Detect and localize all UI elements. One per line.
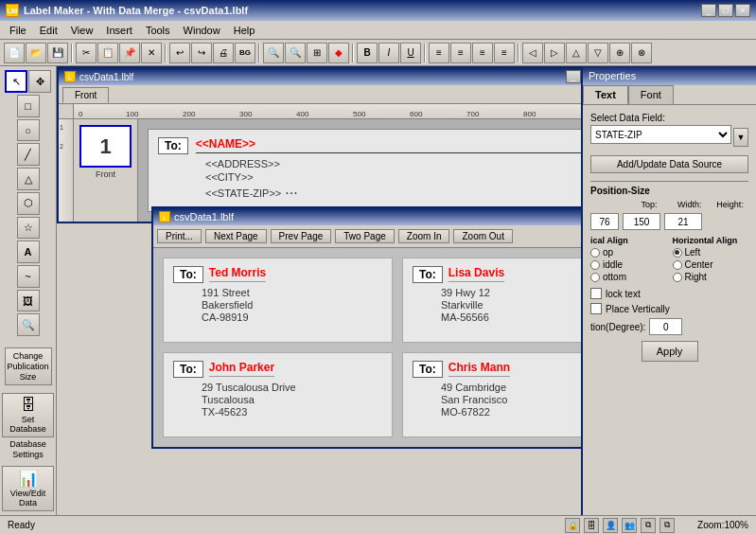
v-align-bottom-row: ottom bbox=[590, 272, 667, 282]
set-database-button[interactable]: 🗄 Set Database bbox=[2, 393, 54, 437]
ruler-mark-400: 400 bbox=[296, 110, 308, 118]
menu-window[interactable]: Window bbox=[178, 24, 226, 37]
window-controls[interactable]: _ □ × bbox=[701, 4, 750, 17]
database-icon: 🗄 bbox=[21, 397, 36, 414]
tab-front[interactable]: Front bbox=[62, 87, 109, 103]
v-align-top-radio[interactable] bbox=[590, 248, 600, 258]
move-tool[interactable]: ✥ bbox=[28, 70, 51, 93]
add-update-data-source-button[interactable]: Add/Update Data Source bbox=[590, 155, 748, 173]
zoom-in-button[interactable]: Zoom In bbox=[398, 229, 450, 243]
open-button[interactable]: 📂 bbox=[26, 43, 46, 63]
zoom-out-button[interactable]: 🔍 bbox=[263, 43, 284, 63]
redo-button[interactable]: ↪ bbox=[191, 43, 212, 63]
tab-font[interactable]: Font bbox=[628, 85, 674, 104]
italic-button[interactable]: I bbox=[378, 43, 399, 63]
vertical-ruler: 1 2 bbox=[59, 119, 74, 222]
menu-tools[interactable]: Tools bbox=[140, 24, 176, 37]
more-btn-3[interactable]: △ bbox=[566, 43, 587, 63]
h-align-left-radio[interactable] bbox=[673, 248, 682, 258]
rect-tool[interactable]: □ bbox=[17, 95, 40, 117]
rotation-input[interactable] bbox=[649, 318, 682, 335]
data-field-dropdown-arrow[interactable]: ▼ bbox=[733, 128, 748, 147]
height-input[interactable] bbox=[664, 213, 702, 230]
prev-page-button[interactable]: Prev Page bbox=[271, 229, 332, 243]
color-button[interactable]: ◆ bbox=[328, 43, 349, 63]
page-thumb-1[interactable]: 1 bbox=[79, 125, 132, 168]
zoom-tool[interactable]: 🔍 bbox=[17, 313, 40, 336]
image-tool[interactable]: 🖼 bbox=[17, 290, 40, 312]
lock-text-checkbox[interactable] bbox=[590, 288, 602, 299]
two-page-button[interactable]: Two Page bbox=[335, 229, 394, 243]
v-align-bottom-radio[interactable] bbox=[590, 273, 600, 282]
place-vertically-checkbox[interactable] bbox=[590, 303, 602, 314]
more-btn-2[interactable]: ▷ bbox=[544, 43, 565, 63]
h-align-center-radio[interactable] bbox=[673, 260, 682, 270]
preview-title-text: csvData1.lblf bbox=[174, 211, 234, 222]
menu-edit[interactable]: Edit bbox=[34, 24, 63, 37]
menu-insert[interactable]: Insert bbox=[100, 24, 138, 37]
tab-text[interactable]: Text bbox=[583, 85, 628, 104]
apply-button[interactable]: Apply bbox=[642, 341, 698, 362]
zoom-out-button[interactable]: Zoom Out bbox=[453, 229, 512, 243]
align-right-button[interactable]: ≡ bbox=[472, 43, 493, 63]
copy-button[interactable]: 📋 bbox=[97, 43, 118, 63]
top-input[interactable] bbox=[590, 213, 619, 230]
select-tool[interactable]: ↖ bbox=[5, 70, 27, 93]
copy2-icon: ⧉ bbox=[659, 518, 675, 533]
card-0-name: Ted Morris bbox=[209, 266, 266, 282]
new-button[interactable]: 📄 bbox=[4, 43, 25, 63]
menu-help[interactable]: Help bbox=[228, 24, 261, 37]
maximize-button[interactable]: □ bbox=[718, 4, 733, 17]
text-tool[interactable]: A bbox=[17, 240, 40, 263]
align-center-button[interactable]: ≡ bbox=[450, 43, 471, 63]
triangle-tool[interactable]: △ bbox=[17, 168, 40, 190]
undo-button[interactable]: ↩ bbox=[169, 43, 190, 63]
paste-button[interactable]: 📌 bbox=[119, 43, 140, 63]
bg-button[interactable]: BG bbox=[235, 43, 255, 63]
v-align-middle-row: iddle bbox=[590, 259, 667, 270]
curve-tool[interactable]: ~ bbox=[17, 265, 40, 288]
design-window-controls[interactable]: _ □ bbox=[566, 70, 581, 83]
card-0-city: Bakersfield bbox=[202, 299, 382, 311]
design-minimize[interactable]: _ bbox=[566, 70, 581, 83]
menu-view[interactable]: View bbox=[65, 24, 99, 37]
save-button[interactable]: 💾 bbox=[47, 43, 68, 63]
card-2-to-label: To: bbox=[173, 361, 203, 378]
line-tool[interactable]: ╱ bbox=[17, 143, 40, 166]
minimize-button[interactable]: _ bbox=[701, 4, 716, 17]
h-align-right-radio[interactable] bbox=[673, 273, 682, 282]
to-row: To: <<NAME>> bbox=[158, 137, 581, 154]
align-left-button[interactable]: ≡ bbox=[429, 43, 449, 63]
change-pub-size-button[interactable]: Change Publication Size bbox=[5, 347, 52, 385]
star-tool[interactable]: ☆ bbox=[17, 217, 40, 240]
to-label: To: bbox=[158, 137, 188, 154]
oval-tool[interactable]: ○ bbox=[17, 119, 40, 142]
polygon-tool[interactable]: ⬡ bbox=[17, 192, 40, 215]
more-btn-5[interactable]: ⊕ bbox=[609, 43, 630, 63]
underline-button[interactable]: U bbox=[400, 43, 421, 63]
menu-file[interactable]: File bbox=[4, 24, 32, 37]
v-align-top-label: op bbox=[603, 247, 613, 258]
align-justify-button[interactable]: ≡ bbox=[494, 43, 515, 63]
more-btn-1[interactable]: ◁ bbox=[522, 43, 543, 63]
v-align-middle-radio[interactable] bbox=[590, 260, 600, 270]
close-button[interactable]: × bbox=[735, 4, 750, 17]
label-card[interactable]: To: <<NAME>> <<ADDRESS>> <<CITY>> <<STAT… bbox=[148, 129, 581, 212]
delete-button[interactable]: ✕ bbox=[141, 43, 162, 63]
print-button[interactable]: Print... bbox=[157, 229, 202, 243]
next-page-button[interactable]: Next Page bbox=[205, 229, 267, 243]
cut-button[interactable]: ✂ bbox=[76, 43, 97, 63]
vruler-200: 2 bbox=[60, 143, 63, 150]
grid-button[interactable]: ⊞ bbox=[307, 43, 327, 63]
view-edit-data-button[interactable]: 📊 View/Edit Data bbox=[2, 466, 54, 511]
app-title: Label Maker - With Data Merge - csvData1… bbox=[24, 5, 248, 16]
zoom-in-button[interactable]: 🔍 bbox=[285, 43, 306, 63]
print-button[interactable]: 🖨 bbox=[213, 43, 234, 63]
bold-button[interactable]: B bbox=[357, 43, 378, 63]
data-field-select[interactable]: STATE-ZIP bbox=[590, 125, 731, 144]
width-input[interactable] bbox=[623, 213, 660, 230]
more-btn-4[interactable]: ▽ bbox=[588, 43, 608, 63]
state-zip-row: <<STATE-ZIP>> ··· bbox=[205, 185, 581, 202]
design-window-title-text: csvData1.lblf bbox=[79, 72, 133, 82]
more-btn-6[interactable]: ⊗ bbox=[631, 43, 652, 63]
